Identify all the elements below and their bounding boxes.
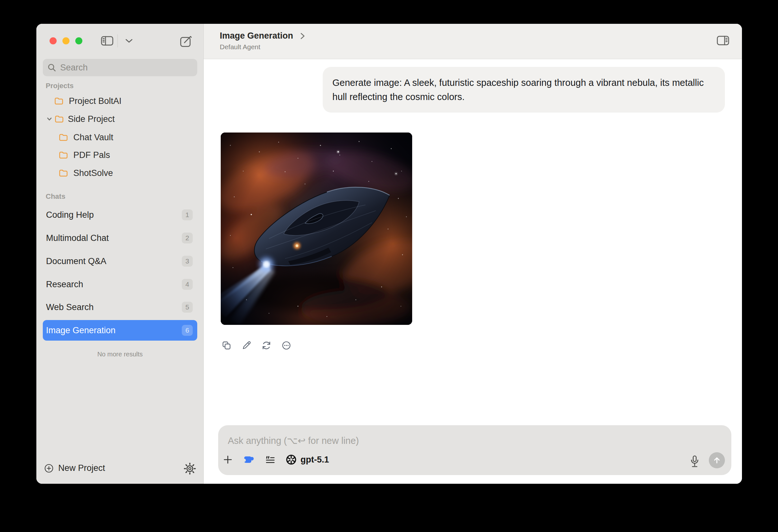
chevron-right-icon (300, 32, 305, 40)
model-selector[interactable]: gpt-5.1 (286, 454, 329, 465)
chat-label: Document Q&A (46, 256, 182, 266)
chat-count-badge: 5 (182, 302, 193, 313)
sidebar-toggle-icon[interactable] (100, 35, 114, 46)
minimize-window-button[interactable] (62, 37, 70, 45)
search-icon (47, 63, 56, 72)
chat-label: Multimodal Chat (46, 233, 182, 243)
prompt-library-icon[interactable] (265, 454, 276, 465)
more-options-icon[interactable] (281, 340, 292, 351)
sidebar-item-image-generation[interactable]: Image Generation 6 (43, 320, 197, 341)
edit-icon[interactable] (241, 340, 252, 351)
gear-icon[interactable] (184, 462, 196, 475)
folder-icon (59, 169, 68, 177)
chats-section-label: Chats (46, 192, 65, 201)
message-input[interactable] (227, 432, 647, 449)
plugin-icon[interactable] (243, 454, 255, 465)
agent-subtitle: Default Agent (220, 43, 260, 51)
sidebar-item-multimodal-chat[interactable]: Multimodal Chat 2 (43, 228, 197, 248)
new-project-label: New Project (58, 463, 105, 473)
sidebar: Projects Project BoltAI Side Project (36, 24, 204, 484)
sidebar-footer: New Project (36, 463, 204, 480)
chat-header: Image Generation Default Agent (204, 24, 742, 59)
app-window: Projects Project BoltAI Side Project (36, 24, 742, 484)
microphone-icon[interactable] (689, 455, 700, 468)
disclosure-chevron-icon[interactable] (47, 117, 52, 121)
chevron-down-icon[interactable] (125, 38, 133, 43)
chat-label: Image Generation (46, 326, 182, 336)
chat-count-badge: 6 (182, 325, 193, 336)
toolbar-divider (118, 34, 118, 47)
close-window-button[interactable] (50, 37, 57, 45)
search-field[interactable] (43, 59, 197, 76)
copy-icon[interactable] (221, 340, 232, 351)
sidebar-item-pdf-pals[interactable]: PDF Pals (36, 148, 204, 162)
right-sidebar-toggle-icon[interactable] (716, 35, 730, 46)
project-label: Side Project (68, 114, 115, 124)
model-name: gpt-5.1 (301, 455, 329, 465)
regenerate-icon[interactable] (261, 340, 272, 351)
user-message-bubble: Generate image: A sleek, futuristic spac… (323, 67, 725, 112)
chat-label: Coding Help (46, 210, 182, 220)
folder-icon (54, 97, 63, 105)
project-label: PDF Pals (73, 150, 110, 160)
project-label: ShotSolve (73, 168, 113, 178)
chat-label: Research (46, 279, 182, 289)
sidebar-item-research[interactable]: Research 4 (43, 274, 197, 295)
chat-label: Web Search (46, 302, 182, 312)
spaceship-nebula-artwork (221, 132, 412, 325)
no-more-results-text: No more results (36, 351, 204, 358)
sidebar-item-chat-vault[interactable]: Chat Vault (36, 130, 204, 145)
new-project-button[interactable]: New Project (44, 463, 105, 473)
chat-count-badge: 2 (182, 233, 193, 244)
chat-count-badge: 3 (182, 256, 193, 267)
generated-spaceship-image[interactable] (221, 132, 412, 325)
folder-icon (59, 151, 68, 159)
sidebar-item-project-boltai[interactable]: Project BoltAI (36, 94, 204, 108)
project-label: Project BoltAI (69, 96, 122, 106)
chat-count-badge: 4 (182, 279, 193, 290)
compose-icon[interactable] (179, 35, 193, 48)
composer-toolbar: gpt-5.1 (223, 454, 329, 465)
zoom-window-button[interactable] (75, 37, 82, 45)
chat-pane: Image Generation Default Agent Generate … (204, 24, 742, 484)
message-composer[interactable]: gpt-5.1 (218, 425, 731, 475)
folder-icon (59, 134, 68, 141)
sidebar-item-side-project[interactable]: Side Project (36, 112, 204, 126)
plus-icon[interactable] (223, 454, 233, 465)
send-button[interactable] (709, 452, 725, 468)
search-input[interactable] (60, 62, 189, 73)
project-label: Chat Vault (73, 132, 113, 143)
arrow-up-icon (712, 456, 721, 465)
sidebar-item-coding-help[interactable]: Coding Help 1 (43, 204, 197, 225)
plus-circle-icon (44, 463, 54, 473)
page-title: Image Generation (220, 31, 293, 41)
user-message-text: Generate image: A sleek, futuristic spac… (332, 76, 715, 104)
sidebar-item-shotsolve[interactable]: ShotSolve (36, 166, 204, 180)
message-actions (221, 340, 292, 351)
openai-icon (286, 454, 297, 465)
chat-count-badge: 1 (182, 209, 193, 220)
sidebar-item-document-qa[interactable]: Document Q&A 3 (43, 251, 197, 271)
sidebar-item-web-search[interactable]: Web Search 5 (43, 297, 197, 318)
breadcrumb[interactable]: Image Generation (220, 31, 305, 41)
projects-section-label: Projects (46, 82, 74, 90)
folder-icon (55, 115, 63, 123)
